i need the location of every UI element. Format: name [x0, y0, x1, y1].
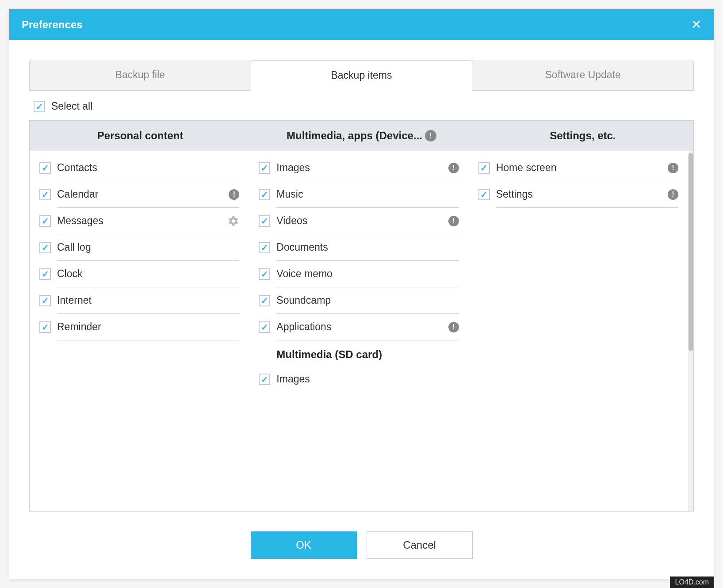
ok-button[interactable]: OK	[251, 531, 357, 559]
item-reminder: Reminder	[38, 314, 241, 340]
item-images: Images	[257, 155, 460, 181]
info-icon[interactable]	[668, 163, 678, 173]
item-checkbox[interactable]	[39, 295, 51, 306]
item-checkbox[interactable]	[39, 189, 51, 200]
dialog-footer: OK Cancel	[9, 516, 714, 579]
dialog-title: Preferences	[22, 19, 82, 31]
item-label: Images	[276, 162, 442, 174]
item-label: Soundcamp	[276, 294, 459, 306]
subheader-multimedia-sd: Multimedia (SD card)	[257, 340, 460, 366]
scrollbar-thumb[interactable]	[689, 153, 693, 351]
tab-software-update[interactable]: Software Update	[472, 60, 694, 90]
item-messages: Messages	[38, 208, 241, 234]
gear-icon[interactable]	[228, 215, 239, 227]
select-all-row: Select all	[29, 91, 694, 120]
info-icon[interactable]	[229, 189, 239, 200]
item-label: Documents	[276, 241, 459, 253]
item-checkbox[interactable]	[39, 242, 51, 253]
tab-label: Backup file	[115, 69, 165, 80]
item-label: Applications	[276, 321, 442, 333]
grid-body: Contacts Calendar Messages	[30, 151, 693, 511]
info-icon[interactable]	[448, 163, 459, 173]
item-internet: Internet	[38, 287, 241, 313]
close-icon[interactable]: ✕	[691, 17, 701, 32]
column-header-label: Personal content	[97, 130, 184, 142]
watermark: LO4D.com	[670, 577, 714, 588]
item-label: Voice memo	[276, 268, 459, 280]
item-checkbox[interactable]	[259, 374, 270, 385]
item-checkbox[interactable]	[39, 215, 51, 227]
item-label: Messages	[57, 215, 222, 227]
tabs: Backup file Backup items Software Update	[29, 60, 694, 91]
item-applications: Applications	[257, 314, 460, 340]
item-clock: Clock	[38, 261, 241, 287]
column-header-multimedia: Multimedia, apps (Device...	[251, 121, 472, 151]
item-checkbox[interactable]	[259, 321, 270, 333]
divider	[57, 340, 239, 340]
item-checkbox[interactable]	[39, 321, 51, 333]
item-label: Videos	[276, 215, 442, 227]
item-calendar: Calendar	[38, 181, 241, 207]
info-icon[interactable]	[425, 130, 436, 141]
info-icon[interactable]	[448, 322, 459, 332]
item-label: Clock	[57, 268, 239, 280]
item-label: Contacts	[57, 162, 239, 174]
item-checkbox[interactable]	[259, 215, 270, 227]
preferences-dialog: Preferences ✕ Backup file Backup items S…	[9, 9, 714, 579]
info-icon[interactable]	[668, 189, 678, 200]
item-label: Music	[276, 188, 459, 200]
item-checkbox[interactable]	[259, 242, 270, 253]
item-checkbox[interactable]	[259, 162, 270, 174]
tab-label: Software Update	[545, 69, 621, 80]
select-all-label: Select all	[51, 100, 92, 112]
item-label: Internet	[57, 294, 239, 306]
column-personal: Contacts Calendar Messages	[30, 151, 249, 511]
item-voice-memo: Voice memo	[257, 261, 460, 287]
item-checkbox[interactable]	[259, 295, 270, 306]
item-checkbox[interactable]	[259, 189, 270, 200]
divider	[496, 207, 678, 208]
item-soundcamp: Soundcamp	[257, 287, 460, 313]
button-label: OK	[296, 539, 311, 551]
item-label: Calendar	[57, 188, 222, 200]
item-label: Call log	[57, 241, 239, 253]
item-videos: Videos	[257, 208, 460, 234]
item-call-log: Call log	[38, 234, 241, 260]
column-multimedia: Images Music Videos	[249, 151, 468, 511]
item-checkbox[interactable]	[259, 268, 270, 280]
scrollbar[interactable]	[688, 151, 693, 511]
titlebar: Preferences ✕	[9, 9, 714, 40]
item-checkbox[interactable]	[478, 162, 490, 174]
item-documents: Documents	[257, 234, 460, 260]
column-header-label: Multimedia, apps (Device...	[287, 130, 422, 142]
item-checkbox[interactable]	[39, 162, 51, 174]
column-header-label: Settings, etc.	[550, 130, 616, 142]
tab-backup-file[interactable]: Backup file	[29, 60, 251, 90]
info-icon[interactable]	[448, 216, 459, 226]
item-label: Home screen	[496, 162, 662, 174]
item-contacts: Contacts	[38, 155, 241, 181]
tab-label: Backup items	[331, 69, 392, 81]
grid-header: Personal content Multimedia, apps (Devic…	[30, 121, 693, 151]
item-checkbox[interactable]	[39, 268, 51, 280]
item-music: Music	[257, 181, 460, 207]
tab-backup-items[interactable]: Backup items	[251, 60, 473, 91]
column-settings: Home screen Settings	[469, 151, 693, 511]
item-sd-images: Images	[257, 366, 460, 392]
item-label: Reminder	[57, 321, 239, 333]
column-header-settings: Settings, etc.	[472, 121, 693, 151]
item-label: Settings	[496, 188, 662, 200]
items-grid: Personal content Multimedia, apps (Devic…	[29, 120, 694, 512]
item-home-screen: Home screen	[477, 155, 680, 181]
item-settings: Settings	[477, 181, 680, 207]
button-label: Cancel	[403, 539, 436, 551]
column-header-personal: Personal content	[30, 121, 251, 151]
item-label: Images	[276, 373, 459, 385]
select-all-checkbox[interactable]	[34, 101, 45, 112]
dialog-body: Backup file Backup items Software Update…	[9, 40, 714, 516]
cancel-button[interactable]: Cancel	[367, 531, 473, 559]
item-checkbox[interactable]	[478, 189, 490, 200]
